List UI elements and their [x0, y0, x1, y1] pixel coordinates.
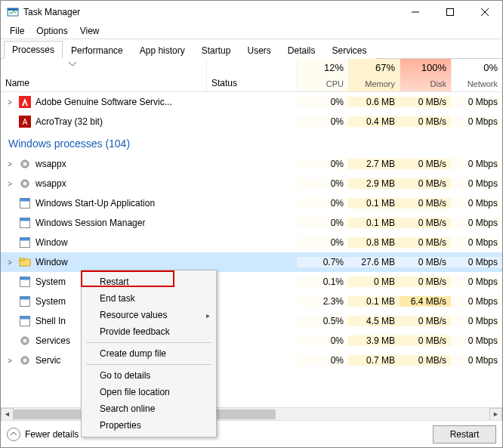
table-row[interactable]: >AAcroTray (32 bit)0%0.4 MB0 MB/s0 Mbps: [1, 112, 502, 131]
horizontal-scrollbar[interactable]: ◄ ►: [1, 407, 502, 420]
tab-details[interactable]: Details: [279, 42, 324, 59]
scroll-left-arrow-icon[interactable]: ◄: [1, 408, 14, 421]
tab-services[interactable]: Services: [324, 42, 375, 59]
cell-cpu: 0%: [297, 335, 348, 346]
svg-rect-24: [20, 297, 30, 300]
table-row[interactable]: >System2.3%0.1 MB6.4 MB/s0 Mbps: [1, 292, 502, 311]
expand-icon[interactable]: >: [5, 258, 14, 267]
maximize-button[interactable]: [433, 1, 468, 23]
tab-users[interactable]: Users: [239, 42, 279, 59]
cell-disk: 0 MB/s: [400, 237, 451, 248]
table-row[interactable]: >wsappx0%2.7 MB0 MB/s0 Mbps: [1, 154, 502, 174]
table-row[interactable]: >wsappx0%2.9 MB0 MB/s0 Mbps: [1, 174, 502, 193]
process-icon: [19, 295, 31, 307]
cell-network: 0 Mbps: [451, 159, 502, 169]
expand-icon[interactable]: >: [5, 160, 14, 168]
close-button[interactable]: [468, 1, 502, 23]
tab-performance[interactable]: Performance: [63, 42, 131, 59]
cell-network: 0 Mbps: [451, 277, 502, 287]
context-menu-open-file-location[interactable]: Open file location: [82, 384, 216, 400]
cell-disk: 0 MB/s: [400, 198, 451, 209]
cell-memory: 0.4 MB: [348, 116, 400, 127]
process-icon: [19, 315, 31, 327]
process-icon: [19, 197, 31, 209]
scroll-right-arrow-icon[interactable]: ►: [489, 408, 502, 421]
cell-network: 0 Mbps: [451, 97, 502, 107]
context-menu-search-online[interactable]: Search online: [82, 400, 216, 417]
tab-app-history[interactable]: App history: [131, 42, 193, 59]
cell-cpu: 0%: [297, 97, 348, 107]
table-row[interactable]: >Window0.7%27.6 MB0 MB/s0 Mbps: [1, 252, 502, 272]
table-row[interactable]: >Windows Start-Up Application0%0.1 MB0 M…: [1, 193, 502, 213]
tab-startup[interactable]: Startup: [193, 42, 239, 59]
footer: Fewer details Restart: [1, 420, 502, 447]
network-label: Network: [468, 79, 498, 88]
column-header-status[interactable]: Status: [206, 59, 297, 91]
cell-network: 0 Mbps: [451, 116, 502, 127]
menu-view[interactable]: View: [74, 24, 106, 38]
context-menu-restart[interactable]: Restart: [82, 273, 216, 290]
table-row[interactable]: >System0.1%0 MB0 MB/s0 Mbps: [1, 272, 502, 292]
column-name-label: Name: [5, 78, 202, 88]
cell-memory: 4.5 MB: [348, 316, 400, 326]
cell-cpu: 0%: [297, 178, 348, 189]
context-menu-properties[interactable]: Properties: [82, 417, 216, 434]
process-icon: [19, 158, 31, 170]
cell-memory: 2.7 MB: [348, 159, 400, 169]
process-name: Adobe Genuine Software Servic...: [35, 97, 172, 107]
svg-rect-22: [20, 277, 30, 280]
svg-point-12: [23, 182, 26, 185]
restart-button-label: Restart: [450, 429, 480, 440]
cell-memory: 0.6 MB: [348, 97, 400, 107]
expand-icon[interactable]: >: [5, 98, 14, 107]
table-row[interactable]: >Services0%3.9 MB0 MB/s0 Mbps: [1, 331, 502, 351]
cell-network: 0 Mbps: [451, 218, 502, 228]
network-percent: 0%: [483, 62, 498, 73]
cell-memory: 0.7 MB: [348, 355, 400, 366]
cell-disk: 0 MB/s: [400, 218, 451, 228]
restart-button[interactable]: Restart: [433, 425, 496, 443]
column-header-disk[interactable]: 100% Disk: [400, 59, 451, 91]
column-header-network[interactable]: 0% Network: [451, 59, 502, 91]
menu-file[interactable]: File: [4, 24, 30, 38]
fewer-details-toggle[interactable]: Fewer details: [7, 428, 79, 441]
cell-memory: 0 MB: [348, 277, 400, 287]
cell-memory: 0.1 MB: [348, 218, 400, 228]
context-menu-provide-feedback[interactable]: Provide feedback: [82, 323, 216, 340]
cell-disk: 0 MB/s: [400, 97, 451, 107]
svg-point-28: [23, 339, 26, 342]
cell-network: 0 Mbps: [451, 335, 502, 346]
context-menu-end-task[interactable]: End task: [82, 290, 216, 307]
svg-rect-20: [20, 258, 24, 261]
memory-label: Memory: [365, 79, 395, 88]
table-row[interactable]: >Windows Session Manager0%0.1 MB0 MB/s0 …: [1, 213, 502, 233]
expand-icon[interactable]: >: [5, 180, 14, 188]
tab-processes[interactable]: Processes: [4, 41, 63, 59]
process-icon: [19, 276, 31, 288]
table-row[interactable]: >Shell In0.5%4.5 MB0 MB/s0 Mbps: [1, 311, 502, 331]
context-menu-create-dump[interactable]: Create dump file: [82, 345, 216, 362]
process-name: System: [35, 296, 66, 307]
column-header-cpu[interactable]: 12% CPU: [297, 59, 348, 91]
process-icon: [19, 178, 31, 190]
app-icon: [7, 6, 19, 18]
process-name: Windows Session Manager: [35, 218, 145, 228]
table-row[interactable]: >Window0%0.8 MB0 MB/s0 Mbps: [1, 233, 502, 252]
cell-disk: 0 MB/s: [400, 257, 451, 267]
column-header-name[interactable]: Name: [1, 59, 206, 91]
disk-label: Disk: [430, 79, 446, 88]
chevron-up-icon: [7, 428, 20, 441]
context-menu-resource-values[interactable]: Resource values▸: [82, 307, 216, 323]
minimize-button[interactable]: [398, 1, 433, 23]
column-header-memory[interactable]: 67% Memory: [348, 59, 400, 91]
svg-rect-26: [20, 317, 30, 320]
process-name: Window: [35, 257, 68, 267]
menu-options[interactable]: Options: [30, 24, 73, 38]
context-menu-go-to-details[interactable]: Go to details: [82, 367, 216, 384]
submenu-arrow-icon: ▸: [206, 311, 210, 320]
table-row[interactable]: >Servic0%0.7 MB0 MB/s0 Mbps: [1, 351, 502, 370]
cell-cpu: 0%: [297, 218, 348, 228]
process-name: wsappx: [35, 159, 66, 169]
table-row[interactable]: >Adobe Genuine Software Servic...0%0.6 M…: [1, 92, 502, 112]
expand-icon[interactable]: >: [5, 357, 14, 365]
